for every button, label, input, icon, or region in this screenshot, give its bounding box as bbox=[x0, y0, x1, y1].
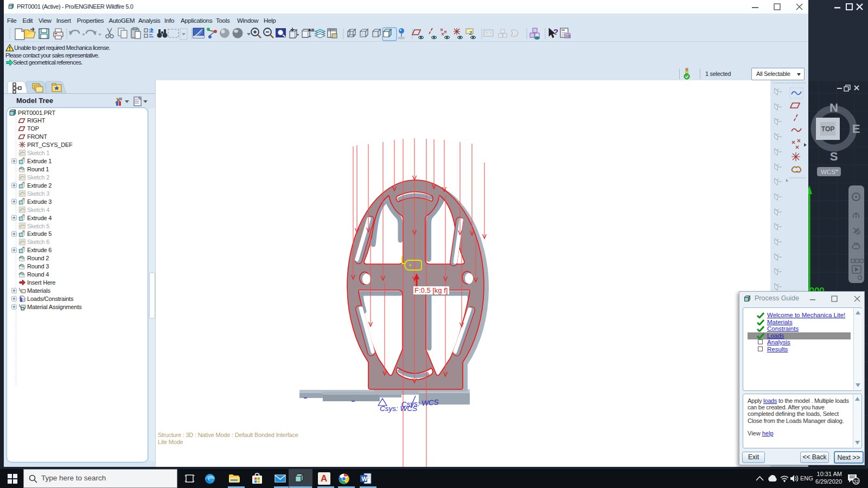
svg-text:SB: SB bbox=[565, 34, 571, 38]
svg-text:AB: AB bbox=[308, 28, 315, 33]
svg-text:Round 4: Round 4 bbox=[27, 271, 49, 278]
svg-text:PRT_CSYS_DEF: PRT_CSYS_DEF bbox=[27, 142, 73, 148]
svg-text:RIGHT: RIGHT bbox=[27, 117, 46, 124]
svg-text:Sketch 3: Sketch 3 bbox=[27, 190, 49, 197]
svg-text:Round 1: Round 1 bbox=[27, 166, 49, 172]
svg-text:TOP: TOP bbox=[821, 125, 834, 133]
svg-text:WCS: WCS bbox=[821, 169, 835, 175]
svg-text:?: ? bbox=[553, 27, 558, 36]
svg-text:FRONT: FRONT bbox=[27, 133, 47, 140]
svg-text:N: N bbox=[829, 101, 838, 114]
svg-text:Sketch 5: Sketch 5 bbox=[27, 223, 49, 229]
svg-text:Sketch 2: Sketch 2 bbox=[27, 174, 49, 181]
svg-text:Round 2: Round 2 bbox=[27, 255, 49, 261]
svg-text:PRT0001.PRT: PRT0001.PRT bbox=[18, 110, 55, 116]
svg-text:Structure : 3D : Native Mode :: Structure : 3D : Native Mode : Default B… bbox=[158, 432, 298, 438]
svg-text:Material Assignments: Material Assignments bbox=[27, 304, 82, 310]
svg-text:Materials: Materials bbox=[27, 287, 51, 294]
svg-text:Sketch 4: Sketch 4 bbox=[27, 207, 49, 213]
svg-text:Extrude 4: Extrude 4 bbox=[27, 215, 52, 221]
svg-text:Loads/Constraints: Loads/Constraints bbox=[27, 296, 74, 302]
svg-text:Sketch 6: Sketch 6 bbox=[27, 239, 49, 245]
svg-text:Extrude 1: Extrude 1 bbox=[27, 158, 52, 164]
svg-text:Model Tree: Model Tree bbox=[16, 97, 53, 105]
svg-text:Round 3: Round 3 bbox=[27, 263, 49, 269]
svg-text:W: W bbox=[362, 476, 368, 482]
svg-text:F:0.5 [kg f]: F:0.5 [kg f] bbox=[414, 286, 448, 294]
svg-text:Lite Mode: Lite Mode bbox=[158, 439, 183, 445]
svg-text:32: 32 bbox=[854, 479, 859, 484]
svg-text:Extrude 2: Extrude 2 bbox=[27, 182, 52, 189]
svg-text:Extrude 5: Extrude 5 bbox=[27, 230, 52, 237]
svg-text:Z: Z bbox=[469, 30, 473, 36]
svg-text:E: E bbox=[852, 122, 860, 136]
svg-text:Insert Here: Insert Here bbox=[27, 279, 55, 286]
svg-text:Extrude 3: Extrude 3 bbox=[27, 198, 52, 205]
svg-text:Sketch 1: Sketch 1 bbox=[27, 150, 49, 156]
svg-text:TOP: TOP bbox=[27, 125, 39, 132]
svg-text:S: S bbox=[830, 150, 838, 163]
svg-text:Extrude 6: Extrude 6 bbox=[27, 247, 52, 253]
